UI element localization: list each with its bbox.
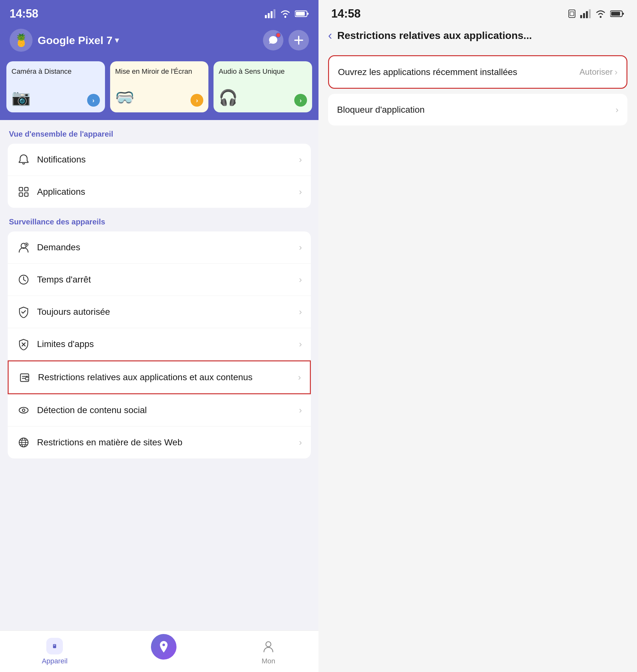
menu-item-app-blocker[interactable]: Bloqueur d'application › <box>328 94 627 125</box>
header-actions <box>263 30 309 50</box>
quick-card-camera-title: Caméra à Distance <box>12 67 100 76</box>
status-icons-right <box>567 9 624 18</box>
signal-icon <box>265 9 276 18</box>
status-bar-left: 14:58 <box>0 0 318 25</box>
menu-item-downtime[interactable]: Temps d'arrêt › <box>8 264 311 296</box>
signal-icon-right <box>580 9 591 18</box>
restrictions-icon <box>18 370 32 384</box>
quick-card-audio[interactable]: Audio à Sens Unique 🎧 › <box>214 61 312 112</box>
section-label-overview: Vue d'ensemble de l'appareil <box>8 130 311 139</box>
nav-item-location[interactable] <box>151 643 177 659</box>
svg-point-18 <box>22 409 25 411</box>
page-title-right: Restrictions relatives aux applications.… <box>337 29 532 42</box>
device-name[interactable]: Google Pixel 7 ▾ <box>38 34 119 47</box>
svg-rect-25 <box>569 10 575 18</box>
mirror-emoji: 🥽 <box>115 89 134 107</box>
svg-point-4 <box>284 16 286 18</box>
svg-point-30 <box>600 16 602 18</box>
svg-rect-21 <box>53 644 56 648</box>
recently-installed-card: Ouvrez les applications récemment instal… <box>328 55 627 89</box>
wifi-icon <box>279 9 291 18</box>
svg-rect-26 <box>580 15 582 18</box>
bottom-nav-left: Appareil Mon <box>0 631 318 672</box>
grid-icon <box>17 185 31 199</box>
location-icon <box>157 640 171 654</box>
applications-label: Applications <box>37 186 293 198</box>
menu-item-social[interactable]: Détection de contenu social › <box>8 394 311 426</box>
downtime-label: Temps d'arrêt <box>37 274 293 285</box>
svg-rect-8 <box>19 188 23 191</box>
svg-rect-3 <box>273 9 275 18</box>
status-bar-right: 14:58 <box>318 0 637 25</box>
notifications-label: Notifications <box>37 154 293 165</box>
right-panel: 14:58 <box>318 0 637 672</box>
recently-installed-action: Autoriser › <box>580 67 618 77</box>
header-left: 🍍 Google Pixel 7 ▾ <box>0 25 318 61</box>
menu-item-restrictions[interactable]: Restrictions relatives aux applications … <box>8 360 311 394</box>
chevron-down-icon: ▾ <box>115 36 119 45</box>
left-panel: 14:58 <box>0 0 318 672</box>
menu-item-notifications[interactable]: Notifications › <box>8 144 311 176</box>
svg-rect-7 <box>296 12 305 16</box>
main-content-left: Vue d'ensemble de l'appareil Notificatio… <box>0 120 318 631</box>
svg-rect-2 <box>271 11 273 18</box>
menu-item-recently-installed[interactable]: Ouvrez les applications récemment instal… <box>329 56 626 88</box>
menu-item-app-limits[interactable]: Limites d'apps › <box>8 328 311 360</box>
svg-rect-23 <box>54 646 55 646</box>
app-blocker-card: Bloqueur d'application › <box>328 94 627 125</box>
status-icons-left <box>265 9 309 18</box>
location-fab[interactable] <box>151 634 177 659</box>
recently-installed-chevron: › <box>615 67 618 77</box>
always-allowed-label: Toujours autorisée <box>37 306 293 318</box>
svg-rect-32 <box>622 13 624 15</box>
svg-rect-29 <box>589 9 591 18</box>
notification-dot <box>276 33 281 38</box>
menu-item-requests[interactable]: Demandes › <box>8 231 311 264</box>
menu-item-web[interactable]: Restrictions en matière de sites Web › <box>8 426 311 458</box>
shield-check-icon <box>17 305 31 319</box>
sim-icon <box>567 9 576 18</box>
menu-item-always-allowed[interactable]: Toujours autorisée › <box>8 296 311 328</box>
overview-menu-card: Notifications › Applications › <box>8 144 311 208</box>
chat-button[interactable] <box>263 30 284 50</box>
globe-icon <box>17 436 31 449</box>
shield-x-icon <box>17 337 31 351</box>
requests-icon <box>17 241 31 254</box>
camera-arrow: › <box>87 94 100 107</box>
battery-icon <box>295 10 309 18</box>
svg-rect-27 <box>583 13 585 18</box>
status-time-left: 14:58 <box>10 7 38 20</box>
app-blocker-text: Bloqueur d'application <box>337 103 609 116</box>
wifi-icon-right <box>595 9 606 18</box>
mirror-arrow: › <box>190 94 203 107</box>
svg-point-24 <box>266 642 271 647</box>
nav-item-appareil[interactable]: Appareil <box>42 638 68 665</box>
back-button[interactable]: ‹ <box>328 29 332 42</box>
app-blocker-chevron: › <box>616 105 618 115</box>
quick-card-mirror[interactable]: Mise en Miroir de l'Écran 🥽 › <box>110 61 209 112</box>
clock-icon <box>17 272 31 287</box>
status-time-right: 14:58 <box>331 7 361 20</box>
surveillance-menu-card: Demandes › Temps d'arrêt › <box>8 231 311 458</box>
nav-item-mon[interactable]: Mon <box>260 638 277 665</box>
applications-chevron: › <box>299 187 302 197</box>
add-button[interactable] <box>289 30 309 50</box>
svg-rect-16 <box>25 377 29 380</box>
device-info: 🍍 Google Pixel 7 ▾ <box>10 29 119 52</box>
svg-rect-0 <box>265 15 267 18</box>
web-label: Restrictions en matière de sites Web <box>37 437 293 448</box>
header-right: ‹ Restrictions relatives aux application… <box>318 25 637 49</box>
device-avatar: 🍍 <box>10 29 33 52</box>
section-label-surveillance: Surveillance des appareils <box>8 217 311 226</box>
restrictions-label: Restrictions relatives aux applications … <box>38 372 292 383</box>
appareil-nav-label: Appareil <box>42 657 68 665</box>
notifications-chevron: › <box>299 155 302 165</box>
svg-rect-33 <box>611 12 620 16</box>
quick-card-camera[interactable]: Caméra à Distance 📷 › <box>6 61 105 112</box>
mon-nav-label: Mon <box>262 657 275 665</box>
quick-card-mirror-title: Mise en Miroir de l'Écran <box>115 67 204 76</box>
eye-icon <box>17 403 31 417</box>
quick-card-audio-title: Audio à Sens Unique <box>219 67 307 76</box>
battery-icon-right <box>610 10 624 18</box>
menu-item-applications[interactable]: Applications › <box>8 176 311 208</box>
